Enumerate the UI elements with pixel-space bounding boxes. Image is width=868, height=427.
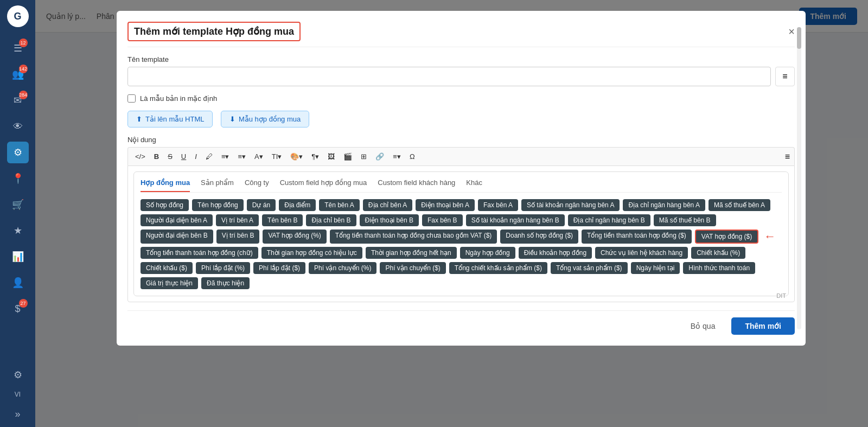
tag-ten-ben-a[interactable]: Tên bên A xyxy=(319,199,360,211)
tag-so-hop-dong[interactable]: Số hợp đồng xyxy=(141,199,189,211)
modal-footer: Bỏ qua Thêm mới xyxy=(127,310,795,335)
tag-tong-tien-thanh-toan[interactable]: Tổng tiền thanh toán hợp đồng ($) xyxy=(582,230,692,244)
tag-tong-vat-sp[interactable]: Tổng vat sản phẩm ($) xyxy=(551,262,628,274)
tag-ten-hop-dong[interactable]: Tên hợp đồng xyxy=(192,199,244,211)
template-list-button[interactable]: ≡ xyxy=(775,67,795,86)
tb-underline[interactable]: U xyxy=(178,151,189,162)
tb-list-ol[interactable]: ≡▾ xyxy=(235,151,248,162)
sidebar-icon-gear[interactable]: ⚙ xyxy=(7,364,29,386)
tag-du-an[interactable]: Dự án xyxy=(247,199,276,211)
modal-close-button[interactable]: × xyxy=(788,26,795,38)
tb-list-view[interactable]: ≡ xyxy=(785,152,790,162)
tag-ngay-hien-tai[interactable]: Ngày hiện tại xyxy=(631,262,680,274)
editor-content-area[interactable]: Hợp đồng mua Sản phẩm Công ty Custom fie… xyxy=(127,165,795,302)
tb-pen[interactable]: 🖊 xyxy=(203,151,215,162)
tb-font-color[interactable]: A▾ xyxy=(252,151,266,162)
tb-link[interactable]: 🔗 xyxy=(373,151,387,162)
tag-nguoi-dai-dien-ben-b[interactable]: Người đại diện bên B xyxy=(141,230,213,244)
tag-ngay-hop-dong[interactable]: Ngày hợp đồng xyxy=(460,247,515,259)
tag-nguoi-dai-dien-ben-a[interactable]: Người đại diện bên A xyxy=(141,214,213,226)
tag-dia-chi-ngan-hang-ben-b[interactable]: Địa chỉ ngân hàng bên B xyxy=(568,214,650,226)
tag-chiet-khau-pct[interactable]: Chiết khấu (%) xyxy=(691,247,745,259)
default-checkbox[interactable] xyxy=(127,94,136,103)
tab-san-pham[interactable]: Sản phẩm xyxy=(201,179,234,192)
tag-tong-chiet-khau-sp[interactable]: Tổng chiết khấu sản phẩm ($) xyxy=(449,262,547,274)
sidebar-icon-user[interactable]: 👤 xyxy=(7,272,29,294)
sidebar-icon-eye[interactable]: 👁 xyxy=(7,116,29,137)
tab-cong-ty[interactable]: Công ty xyxy=(245,179,269,192)
sidebar-expand[interactable]: » xyxy=(7,403,29,425)
tag-ma-so-thue-ben-a[interactable]: Mã số thuế bên A xyxy=(709,199,770,211)
tb-paint[interactable]: 🎨▾ xyxy=(288,151,305,162)
cancel-button[interactable]: Bỏ qua xyxy=(680,317,726,335)
ten-template-input[interactable] xyxy=(127,67,771,86)
tb-list-ul[interactable]: ≡▾ xyxy=(219,151,232,162)
tag-dia-chi-ben-b[interactable]: Địa chỉ bên B xyxy=(306,214,356,226)
tab-custom-khach-hang[interactable]: Custom field khách hàng xyxy=(378,179,455,192)
tag-vi-tri-ben-a[interactable]: Vị trí bên A xyxy=(216,214,259,226)
tag-dia-chi-ben-a[interactable]: Địa chỉ bên A xyxy=(363,199,412,211)
tb-strikethrough[interactable]: S xyxy=(165,151,175,162)
tag-doanh-so-hop-dong[interactable]: Doanh số hợp đồng ($) xyxy=(500,230,578,244)
tag-dien-thoai-ben-a[interactable]: Điện thoại bên A xyxy=(416,199,475,211)
sidebar-icon-star[interactable]: ★ xyxy=(7,220,29,241)
tag-chuc-vu-lien-he[interactable]: Chức vụ liên hệ khách hàng xyxy=(595,247,688,259)
tb-italic[interactable]: I xyxy=(192,151,200,162)
tag-thoi-gian-co-hieu-luc[interactable]: Thời gian hợp đồng có hiệu lực xyxy=(261,247,362,259)
tb-image[interactable]: 🖼 xyxy=(325,151,337,162)
tag-dia-diem[interactable]: Địa điểm xyxy=(279,199,316,211)
tag-gia-tri-thuc-hien[interactable]: Giá trị thực hiện xyxy=(141,277,198,289)
tb-table[interactable]: ⊞ xyxy=(358,151,369,162)
modal-scrollbar[interactable] xyxy=(797,27,801,329)
tb-video[interactable]: 🎬 xyxy=(341,151,355,162)
tb-code[interactable]: </> xyxy=(132,151,148,162)
scrollbar-thumb[interactable] xyxy=(797,27,801,49)
sidebar-icon-cart[interactable]: 🛒 xyxy=(7,194,29,215)
tab-hop-dong-mua[interactable]: Hợp đồng mua xyxy=(141,179,190,192)
sidebar-icon-dollar[interactable]: $ xyxy=(7,298,29,320)
upload-html-button[interactable]: ⬆ Tải lên mẫu HTML xyxy=(127,111,213,128)
tag-dien-thoai-ben-b[interactable]: Điện thoại bên B xyxy=(360,214,419,226)
tag-dieu-khoan[interactable]: Điều khoản hợp đồng xyxy=(519,247,592,259)
tag-ten-ben-b[interactable]: Tên bên B xyxy=(262,214,303,226)
mau-hop-dong-button[interactable]: ⬇ Mẫu hợp đồng mua xyxy=(221,111,309,128)
tag-fax-ben-a[interactable]: Fax bên A xyxy=(478,199,518,211)
tag-phi-van-chuyen-pct[interactable]: Phí vận chuyển (%) xyxy=(309,262,376,274)
sidebar-icon-settings[interactable]: ⚙ xyxy=(7,142,29,163)
upload-buttons-row: ⬆ Tải lên mẫu HTML ⬇ Mẫu hợp đồng mua xyxy=(127,111,795,136)
tb-special-chars[interactable]: Ω xyxy=(407,151,418,162)
tag-chiet-khau-dollar[interactable]: Chiết khấu ($) xyxy=(141,262,193,274)
tag-vat-hop-dong-pct[interactable]: VAT hợp đồng (%) xyxy=(263,230,326,244)
modal-header: Thêm mới template Hợp đồng mua × xyxy=(127,22,795,47)
tag-so-tk-ngan-hang-ben-a[interactable]: Số tài khoản ngân hàng bên A xyxy=(521,199,620,211)
tb-align[interactable]: ≡▾ xyxy=(390,151,404,162)
submit-button[interactable]: Thêm mới xyxy=(731,317,795,335)
sidebar-icon-menu[interactable]: ☰ xyxy=(7,37,29,59)
tab-custom-hop-dong[interactable]: Custom field hợp đồng mua xyxy=(280,179,367,192)
ten-template-label: Tên template xyxy=(127,55,795,63)
sidebar-icon-chart[interactable]: 📊 xyxy=(7,246,29,267)
tag-phi-lap-dat-pct[interactable]: Phí lắp đặt (%) xyxy=(196,262,250,274)
tb-font-size[interactable]: TI▾ xyxy=(269,151,285,162)
tags-tabs: Hợp đồng mua Sản phẩm Công ty Custom fie… xyxy=(141,179,782,193)
sidebar: G ☰ 👥 ✉ 👁 ⚙ 📍 🛒 ★ 📊 👤 $ ⚙ VI » xyxy=(0,0,35,427)
sidebar-icon-users[interactable]: 👥 xyxy=(7,63,29,85)
tag-da-thuc-hien[interactable]: Đã thực hiện xyxy=(201,277,250,289)
tag-tong-tien-chua-vat[interactable]: Tổng tiền thanh toán hợp đồng chưa bao g… xyxy=(330,230,497,244)
tb-bold[interactable]: B xyxy=(151,151,162,162)
tag-fax-ben-b[interactable]: Fax bên B xyxy=(422,214,463,226)
tag-dia-chi-ngan-hang-ben-a[interactable]: Địa chỉ ngân hàng bên A xyxy=(623,199,705,211)
tag-phi-lap-dat-dollar[interactable]: Phí lắp đặt ($) xyxy=(253,262,305,274)
tag-tong-tien-chu[interactable]: Tổng tiền thanh toán hợp đồng (chữ) xyxy=(141,247,258,259)
tag-ma-so-thue-ben-b[interactable]: Mã số thuế bên B xyxy=(654,214,716,226)
tag-vat-hop-dong-dollar[interactable]: VAT hợp đồng ($) xyxy=(695,230,758,244)
sidebar-icon-mail[interactable]: ✉ xyxy=(7,90,29,111)
tag-vi-tri-ben-b[interactable]: Vị trí bên B xyxy=(216,230,260,244)
tag-thoi-gian-het-han[interactable]: Thời gian hợp đồng hết hạn xyxy=(366,247,457,259)
tab-khac[interactable]: Khác xyxy=(466,179,482,192)
tag-phi-van-chuyen-dollar[interactable]: Phí vận chuyển ($) xyxy=(380,262,445,274)
tag-hinh-thuc-tt[interactable]: Hình thức thanh toán xyxy=(683,262,755,274)
tb-paragraph[interactable]: ¶▾ xyxy=(309,151,322,162)
tag-so-tk-ngan-hang-ben-b[interactable]: Số tài khoản ngân hàng bên B xyxy=(466,214,565,226)
sidebar-icon-location[interactable]: 📍 xyxy=(7,168,29,189)
